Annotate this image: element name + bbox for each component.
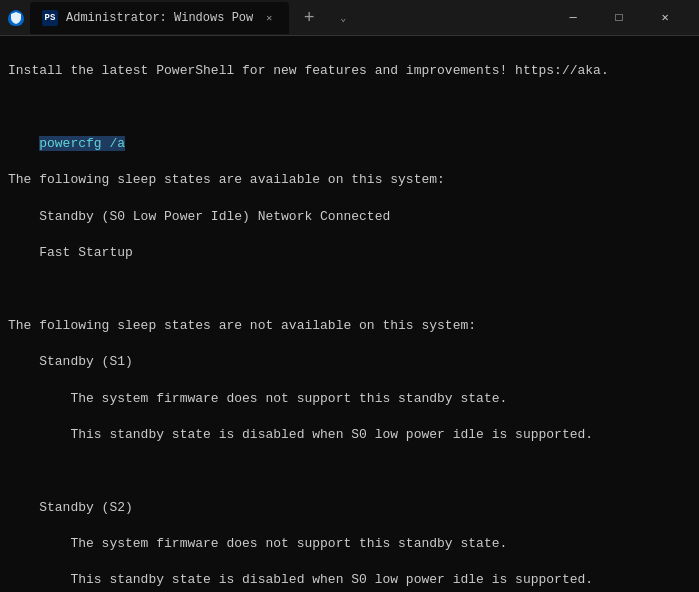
new-tab-button[interactable]: + [295,4,323,32]
terminal-line-12 [8,462,691,480]
terminal-line-7 [8,280,691,298]
tab-close-button[interactable]: ✕ [261,10,277,26]
minimize-button[interactable]: ─ [551,0,595,36]
terminal-line-10: The system firmware does not support thi… [8,390,691,408]
powershell-tab[interactable]: PS Administrator: Windows Pow ✕ [30,2,289,34]
title-bar: PS Administrator: Windows Pow ✕ + ⌄ ─ □ … [0,0,699,36]
terminal-line-8: The following sleep states are not avail… [8,317,691,335]
shield-icon [8,10,24,26]
terminal-line-15: This standby state is disabled when S0 l… [8,571,691,589]
terminal-line-2 [8,99,691,117]
terminal-line-11: This standby state is disabled when S0 l… [8,426,691,444]
powershell-icon: PS [42,10,58,26]
tab-dropdown-button[interactable]: ⌄ [329,4,357,32]
terminal-line-9: Standby (S1) [8,353,691,371]
title-bar-left: PS Administrator: Windows Pow ✕ + ⌄ [8,2,357,34]
close-button[interactable]: ✕ [643,0,687,36]
terminal-line-1: Install the latest PowerShell for new fe… [8,62,691,80]
window-controls: ─ □ ✕ [551,0,687,36]
command-text: powercfg /a [39,136,125,151]
maximize-button[interactable]: □ [597,0,641,36]
terminal-line-4: The following sleep states are available… [8,171,691,189]
terminal-output: Install the latest PowerShell for new fe… [0,36,699,592]
terminal-line-13: Standby (S2) [8,499,691,517]
terminal-line-6: Fast Startup [8,244,691,262]
tab-title: Administrator: Windows Pow [66,11,253,25]
terminal-line-3: powercfg /a [8,135,691,153]
terminal-line-14: The system firmware does not support thi… [8,535,691,553]
terminal-line-5: Standby (S0 Low Power Idle) Network Conn… [8,208,691,226]
